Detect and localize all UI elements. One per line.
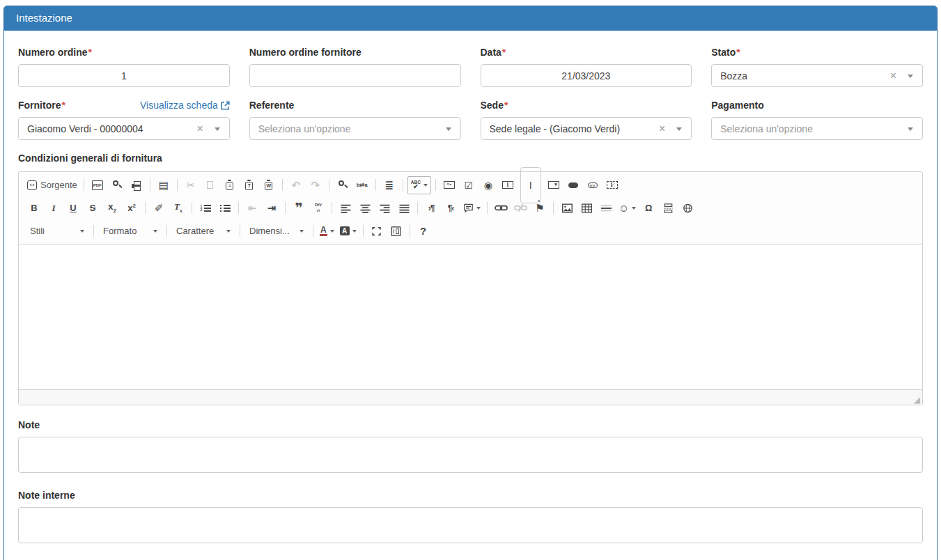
visualizza-scheda-link[interactable]: Visualizza scheda bbox=[140, 100, 230, 111]
preview-button[interactable] bbox=[108, 176, 126, 194]
underline-button[interactable]: U bbox=[64, 199, 82, 217]
blockquote-button[interactable]: ❞ bbox=[290, 199, 308, 217]
image-button-button[interactable]: oo bbox=[584, 176, 602, 194]
align-justify-button[interactable] bbox=[395, 199, 413, 217]
resize-handle-icon[interactable]: ◢ bbox=[914, 396, 920, 404]
italic-button[interactable]: I bbox=[45, 199, 63, 217]
create-div-button[interactable]: DIV‹∕› bbox=[309, 199, 327, 217]
about-button[interactable]: ? bbox=[414, 222, 433, 240]
print-button[interactable] bbox=[127, 176, 146, 194]
language-button[interactable] bbox=[461, 199, 483, 217]
format-combo[interactable]: Formato bbox=[98, 222, 162, 240]
table-button[interactable] bbox=[577, 199, 596, 217]
label-text: Note bbox=[18, 419, 40, 430]
background-color-button[interactable]: A bbox=[338, 222, 359, 240]
toolbar-separator bbox=[166, 225, 167, 237]
form-button[interactable]: ≡▪ bbox=[440, 176, 458, 194]
bidi-rtl-button[interactable]: ¶‹ bbox=[442, 199, 460, 217]
form-icon: ≡▪ bbox=[444, 181, 455, 189]
font-combo[interactable]: Carattere bbox=[171, 222, 235, 240]
superscript-icon: x2 bbox=[127, 203, 136, 212]
toolbar-row: ‹›SorgentePDF▤✂≡TW↶↷b⇄a≣ABC✔≡▪☑◉II▾ooI∕ bbox=[20, 173, 921, 196]
align-left-button[interactable] bbox=[336, 199, 355, 217]
text-field-button[interactable]: I bbox=[499, 176, 517, 194]
horizontal-rule-button[interactable] bbox=[597, 199, 615, 217]
superscript-button[interactable]: x2 bbox=[123, 199, 141, 217]
image-icon bbox=[562, 203, 573, 213]
paste-button[interactable]: ≡ bbox=[221, 176, 239, 194]
special-char-button[interactable]: Ω bbox=[639, 199, 658, 217]
page-break-button[interactable] bbox=[659, 199, 677, 217]
textarea-field-button[interactable]: I bbox=[518, 176, 543, 194]
iframe-button[interactable] bbox=[678, 199, 697, 217]
styles-combo[interactable]: Stili bbox=[25, 222, 89, 240]
maximize-button[interactable] bbox=[368, 222, 386, 240]
image-button[interactable] bbox=[558, 199, 576, 217]
condizioni-label: Condizioni generali di fornitura bbox=[18, 153, 923, 164]
form-button-button[interactable] bbox=[564, 176, 582, 194]
link-button[interactable] bbox=[492, 199, 510, 217]
radio-button-button[interactable]: ◉ bbox=[479, 176, 497, 194]
paste-text-button[interactable]: T bbox=[240, 176, 258, 194]
font-size-combo[interactable]: Dimensi... bbox=[244, 222, 309, 240]
cut-button: ✂ bbox=[182, 176, 200, 194]
note-textarea[interactable] bbox=[18, 437, 923, 473]
horizontal-rule-icon bbox=[601, 203, 612, 213]
text-color-button[interactable]: A bbox=[318, 222, 336, 240]
replace-button[interactable]: b⇄a bbox=[353, 176, 371, 194]
button-icon bbox=[568, 182, 578, 188]
source-button[interactable]: ‹›Sorgente bbox=[25, 176, 79, 194]
templates-button[interactable]: ▤ bbox=[155, 176, 173, 194]
referente-select[interactable]: Seleziona un'opzione bbox=[249, 117, 461, 140]
clear-icon[interactable]: × bbox=[196, 123, 203, 134]
clear-icon[interactable]: × bbox=[659, 123, 665, 134]
checkbox-button[interactable]: ☑ bbox=[460, 176, 478, 194]
field-fornitore: Fornitore* Visualizza scheda Giacomo Ver… bbox=[18, 100, 230, 140]
field-sede: Sede* Sede legale - (Giacomo Verdi) × bbox=[481, 100, 692, 140]
label-text: Numero ordine fornitore bbox=[249, 47, 361, 58]
spell-checker-button[interactable]: ABC✔ bbox=[407, 176, 431, 194]
hidden-field-button[interactable]: I∕ bbox=[603, 176, 621, 194]
numero-ordine-input[interactable] bbox=[18, 64, 230, 87]
required-marker: * bbox=[736, 47, 740, 58]
pagamento-select[interactable]: Seleziona un'opzione bbox=[711, 117, 923, 140]
indent-button[interactable]: ⇥ bbox=[263, 199, 281, 217]
align-justify-icon bbox=[399, 203, 410, 213]
dropdown-caret-icon bbox=[215, 127, 220, 131]
numbered-list-button[interactable] bbox=[196, 199, 215, 217]
align-right-button[interactable] bbox=[375, 199, 394, 217]
bidi-ltr-button[interactable]: ›¶ bbox=[422, 199, 440, 217]
editor-content[interactable] bbox=[19, 244, 922, 390]
bulleted-list-button[interactable] bbox=[216, 199, 234, 217]
subscript-button[interactable]: x2 bbox=[103, 199, 121, 217]
sede-select[interactable]: Sede legale - (Giacomo Verdi) × bbox=[481, 117, 692, 140]
align-center-button[interactable] bbox=[356, 199, 374, 217]
note-interne-textarea[interactable] bbox=[18, 507, 923, 543]
text-color-icon: A bbox=[320, 226, 327, 236]
strikethrough-button[interactable]: S bbox=[84, 199, 102, 217]
replace-icon: b⇄a bbox=[357, 182, 368, 188]
find-button[interactable] bbox=[334, 176, 352, 194]
toolbar-separator bbox=[487, 202, 488, 214]
data-input[interactable] bbox=[481, 64, 692, 87]
copy-formatting-button[interactable]: ✐ bbox=[150, 199, 168, 217]
remove-format-icon: Tx bbox=[174, 202, 182, 214]
special-char-icon: Ω bbox=[645, 203, 652, 212]
fornitore-select[interactable]: Giacomo Verdi - 00000004 × bbox=[18, 117, 230, 140]
selection-field-button[interactable]: ▾ bbox=[545, 176, 563, 194]
field-referente: Referente Seleziona un'opzione bbox=[249, 100, 461, 140]
paste-from-word-button[interactable]: W bbox=[260, 176, 278, 194]
label-text: Fornitore bbox=[18, 100, 61, 111]
stato-select[interactable]: Bozza × bbox=[711, 64, 923, 87]
remove-format-button[interactable]: Tx bbox=[169, 199, 187, 217]
bold-button[interactable]: B bbox=[25, 199, 43, 217]
select-all-button[interactable]: ≣ bbox=[380, 176, 398, 194]
page-break-icon bbox=[663, 203, 674, 213]
export-pdf-button[interactable]: PDF bbox=[88, 176, 107, 194]
clear-icon[interactable]: × bbox=[890, 70, 896, 81]
numero-ordine-fornitore-input[interactable] bbox=[249, 64, 461, 87]
toolbar-separator bbox=[240, 225, 240, 237]
show-blocks-button[interactable] bbox=[387, 222, 405, 240]
field-stato: Stato* Bozza × bbox=[711, 47, 923, 87]
smiley-button[interactable]: ☺ bbox=[616, 199, 638, 217]
